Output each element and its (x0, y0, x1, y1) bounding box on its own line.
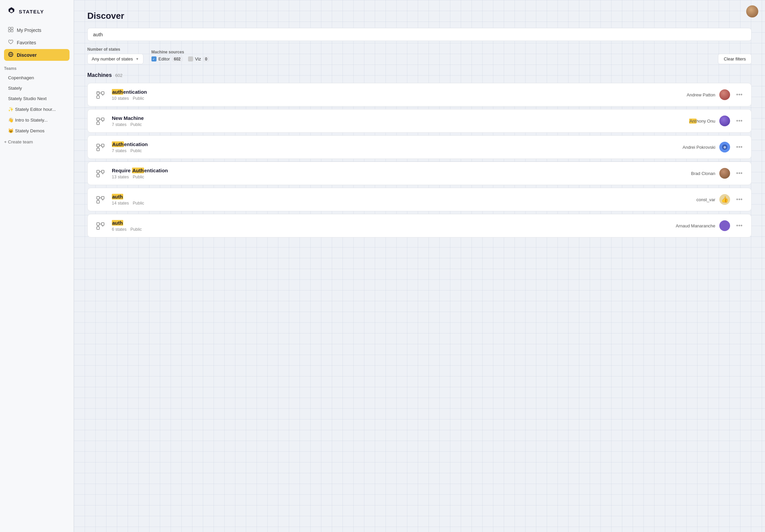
teams-label: Teams (0, 61, 74, 73)
machine-author: Arnaud Manaranche (676, 223, 715, 228)
clear-filters-button[interactable]: Clear filters (718, 54, 752, 64)
main-content: Discover Number of states Any number of … (74, 0, 765, 532)
svg-rect-16 (97, 122, 99, 125)
sidebar-item-stately-studio-next[interactable]: Stately Studio Next (4, 94, 70, 103)
visibility: Public (133, 201, 144, 206)
svg-rect-29 (101, 170, 104, 173)
svg-rect-28 (97, 170, 99, 173)
machine-name: auth (112, 194, 691, 200)
machine-card[interactable]: auth 14 states Public const_var 👍 ••• (87, 188, 752, 211)
create-team-button[interactable]: + Create team (0, 137, 74, 147)
number-of-states-value: Any number of states (92, 56, 133, 61)
team-label: Stately Studio Next (8, 96, 47, 101)
user-avatar[interactable] (746, 5, 758, 17)
chevron-down-icon: ▼ (136, 57, 139, 61)
machine-icon (94, 193, 106, 206)
editor-checkbox[interactable]: ✓ (151, 56, 156, 61)
sidebar-item-stately-editor-hour[interactable]: ✨ Stately Editor hour... (4, 104, 70, 114)
machines-title: Machines (87, 72, 112, 78)
svg-rect-14 (97, 118, 99, 121)
team-label: Stately (8, 86, 22, 91)
machine-right: Arnaud Manaranche ••• (676, 220, 745, 231)
projects-icon (8, 27, 13, 33)
machine-icon (94, 115, 106, 127)
machine-name: Require Authentication (112, 168, 686, 173)
svg-rect-20 (97, 144, 99, 147)
machine-icon (94, 89, 106, 101)
machine-author: Brad Clonan (691, 171, 715, 176)
sidebar-item-copenhagen[interactable]: Copenhagen (4, 73, 70, 83)
sidebar-item-intro-to-stately[interactable]: 👋 Intro to Stately... (4, 115, 70, 125)
number-of-states-label: Number of states (87, 47, 143, 52)
team-label: Copenhagen (8, 75, 34, 80)
svg-rect-9 (97, 96, 99, 98)
more-options-icon[interactable]: ••• (734, 117, 745, 125)
machine-card[interactable]: Require Authentication 13 states Public … (87, 162, 752, 185)
number-of-states-select[interactable]: Any number of states ▼ (87, 54, 143, 64)
machine-right: Andrei Pokrovski ⚙ ••• (683, 142, 745, 152)
search-input[interactable] (87, 28, 752, 41)
svg-rect-40 (97, 223, 99, 225)
svg-rect-22 (97, 148, 99, 151)
sidebar-item-label: Discover (17, 52, 37, 58)
logo-icon (7, 7, 16, 16)
svg-rect-41 (101, 223, 104, 225)
team-label: ✨ Stately Editor hour... (8, 106, 56, 112)
checkmark-icon: ✓ (152, 57, 155, 61)
svg-rect-8 (101, 92, 104, 94)
sidebar-item-discover[interactable]: Discover (4, 49, 70, 61)
teams-section: Teams Copenhagen Stately Stately Studio … (0, 61, 74, 147)
sidebar: STATELY My Projects Favorites Discover T… (0, 0, 74, 532)
svg-rect-2 (8, 30, 10, 32)
editor-count: 602 (172, 56, 183, 62)
machine-card[interactable]: auth 6 states Public Arnaud Manaranche •… (87, 214, 752, 237)
more-options-icon[interactable]: ••• (734, 90, 745, 99)
machine-info: Require Authentication 13 states Public (112, 168, 686, 179)
svg-rect-42 (97, 227, 99, 229)
more-options-icon[interactable]: ••• (734, 169, 745, 178)
machine-info: Authentication 7 states Public (112, 141, 677, 153)
svg-rect-0 (8, 27, 10, 29)
machine-meta: 7 states Public (112, 122, 684, 127)
svg-text:⚙: ⚙ (723, 146, 726, 149)
content-area: Discover Number of states Any number of … (74, 0, 765, 532)
machine-meta: 14 states Public (112, 201, 691, 206)
machine-info: auth 14 states Public (112, 194, 691, 206)
machine-info: auth 6 states Public (112, 220, 670, 232)
sidebar-item-stately[interactable]: Stately (4, 83, 70, 93)
machine-name: authentication (112, 89, 681, 95)
machines-count: 602 (115, 73, 123, 78)
more-options-icon[interactable]: ••• (734, 195, 745, 204)
machine-card[interactable]: authentication 10 states Public Andrew P… (87, 83, 752, 106)
sidebar-item-my-projects[interactable]: My Projects (4, 24, 70, 36)
visibility: Public (133, 175, 144, 179)
visibility: Public (130, 148, 142, 153)
svg-rect-30 (97, 174, 99, 177)
machine-icon (94, 167, 106, 179)
machine-info: authentication 10 states Public (112, 89, 681, 101)
team-label: 😺 Stately Demos (8, 128, 45, 133)
sidebar-item-favorites[interactable]: Favorites (4, 37, 70, 48)
author-avatar (719, 220, 730, 231)
author-avatar (719, 116, 730, 126)
viz-checkbox[interactable] (188, 56, 193, 61)
more-options-icon[interactable]: ••• (734, 221, 745, 230)
author-avatar (719, 89, 730, 100)
author-avatar: ⚙ (719, 142, 730, 152)
machine-meta: 13 states Public (112, 175, 686, 179)
machine-sources-label: Machine sources (151, 50, 210, 54)
more-options-icon[interactable]: ••• (734, 143, 745, 151)
machine-name: Authentication (112, 141, 677, 147)
svg-rect-15 (101, 118, 104, 121)
machine-card[interactable]: New Machine 7 states Public Anthony Onu … (87, 109, 752, 133)
author-avatar: 👍 (719, 194, 730, 205)
viz-count: 0 (203, 56, 210, 62)
machine-sources-filter: Machine sources ✓ Editor 602 Viz 0 (151, 50, 210, 62)
discover-icon (8, 52, 13, 58)
machine-author: Andrew Patton (687, 92, 715, 97)
viz-source-option[interactable]: Viz 0 (188, 56, 210, 62)
machine-author: const_var (696, 197, 715, 202)
editor-source-option[interactable]: ✓ Editor 602 (151, 56, 183, 62)
machine-card[interactable]: Authentication 7 states Public Andrei Po… (87, 135, 752, 159)
sidebar-item-stately-demos[interactable]: 😺 Stately Demos (4, 126, 70, 136)
